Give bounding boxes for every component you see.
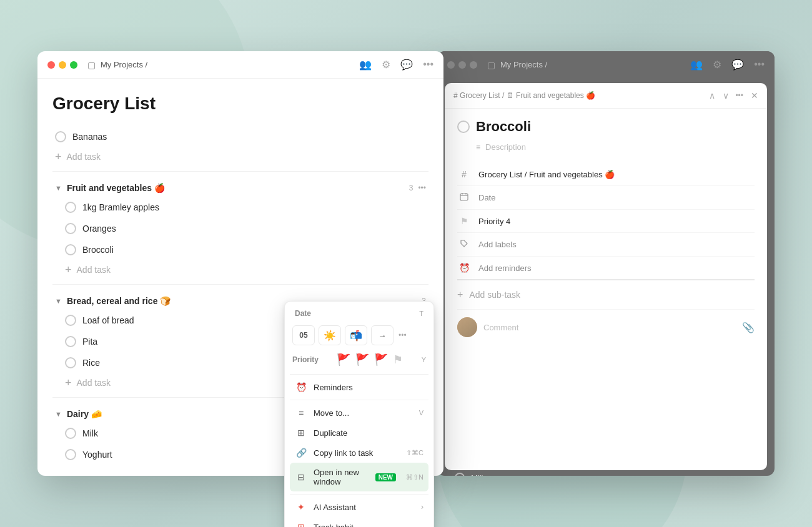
context-menu: Date T 05 ☀️ 📬 → ••• Priority 🚩 🚩 🚩 ⚑	[284, 301, 434, 527]
context-divider	[290, 494, 428, 495]
right-comment-icon[interactable]: 💬	[731, 59, 744, 71]
ai-icon: ✦	[295, 502, 307, 512]
detail-field-reminders[interactable]: ⏰ Add reminders	[457, 257, 755, 280]
right-settings-icon[interactable]: ⚙	[713, 59, 721, 71]
right-maximize-button[interactable]	[470, 61, 477, 69]
comment-input[interactable]: Comment	[483, 323, 736, 332]
move-icon: ≡	[295, 408, 307, 418]
task-item[interactable]: Bananas	[52, 126, 428, 147]
priority-flags: 🚩 🚩 🚩 ⚑	[337, 353, 403, 367]
context-date-header: Date T	[290, 307, 428, 323]
date-today-button[interactable]: 05	[292, 325, 315, 345]
maximize-button[interactable]	[70, 61, 77, 69]
task-checkbox[interactable]	[65, 244, 76, 255]
add-task-button[interactable]: + Add task	[62, 260, 428, 279]
window-title-area: ▢ My Projects /	[87, 60, 354, 70]
new-window-shortcut: ⌘⇧N	[406, 473, 423, 481]
context-duplicate[interactable]: ⊞ Duplicate	[290, 423, 428, 443]
section-header-fruit[interactable]: ▼ Fruit and vegetables 🍎 3 •••	[52, 177, 428, 197]
open-new-window-label: Open in new window	[314, 468, 369, 486]
chevron-icon: ▼	[55, 410, 62, 418]
detail-task-checkbox[interactable]	[457, 121, 470, 133]
right-traffic-lights	[447, 61, 477, 69]
priority-1-flag[interactable]: 🚩	[337, 353, 350, 367]
detail-field-labels[interactable]: Add labels	[457, 233, 755, 257]
right-people-icon[interactable]: 👥	[690, 59, 703, 71]
right-window-actions: 👥 ⚙ 💬 •••	[690, 59, 765, 71]
more-icon[interactable]: •••	[423, 59, 433, 71]
duplicate-label: Duplicate	[314, 428, 423, 438]
plus-icon: +	[65, 264, 72, 275]
date-sun-button[interactable]: ☀️	[319, 325, 341, 345]
window-actions: 👥 ⚙ 💬 •••	[359, 59, 433, 71]
detail-nav: ∧ ∨	[706, 89, 731, 102]
nav-down-button[interactable]: ∨	[720, 89, 731, 102]
right-title-area: ▢ My Projects /	[487, 60, 685, 70]
task-detail-panel: # Grocery List / 🗓 Fruit and vegetables …	[445, 83, 767, 470]
main-window: ▢ My Projects / 👥 ⚙ 💬 ••• Grocery List B…	[37, 51, 443, 476]
right-title: My Projects /	[500, 60, 547, 69]
context-track-habit[interactable]: ⊞ Track habit	[290, 517, 428, 527]
task-checkbox[interactable]	[65, 202, 76, 213]
divider	[52, 284, 428, 285]
detail-field-project[interactable]: # Grocery List / Fruit and vegetables 🍎	[457, 163, 755, 186]
add-task-button[interactable]: + Add task	[52, 147, 428, 166]
right-titlebar: ▢ My Projects / 👥 ⚙ 💬 •••	[437, 51, 775, 78]
date-inbox-button[interactable]: 📬	[345, 325, 367, 345]
comment-row: Comment 📎	[457, 310, 755, 345]
bg-task-milk: Milk	[455, 468, 757, 476]
section-title: Fruit and vegetables 🍎	[67, 183, 404, 193]
close-button[interactable]	[47, 61, 55, 69]
detail-field-date[interactable]: Date	[457, 186, 755, 210]
task-checkbox[interactable]	[55, 131, 66, 142]
minimize-button[interactable]	[59, 61, 66, 69]
context-copy-link[interactable]: 🔗 Copy link to task ⇧⌘C	[290, 443, 428, 463]
context-open-new-window[interactable]: ⊟ Open in new window NEW ⌘⇧N	[290, 463, 428, 491]
people-icon[interactable]: 👥	[359, 59, 372, 71]
right-close-button[interactable]	[447, 61, 455, 69]
habit-icon: ⊞	[295, 522, 307, 527]
task-checkbox[interactable]	[65, 449, 76, 460]
detail-field-priority[interactable]: ⚑ Priority 4	[457, 210, 755, 233]
detail-more-icon[interactable]: •••	[735, 91, 743, 100]
background-tasks: Milk Yoghurt	[437, 463, 775, 476]
task-item-broccoli[interactable]: Broccoli •••	[62, 239, 428, 260]
breadcrumb-section: Fruit and vegetables 🍎	[516, 91, 595, 100]
attachment-icon[interactable]: 📎	[742, 322, 755, 333]
labels-field-label: Add labels	[478, 240, 517, 249]
right-window-icon: ▢	[487, 60, 495, 70]
context-ai-assistant[interactable]: ✦ AI Assistant ›	[290, 497, 428, 517]
priority-icon: ⚑	[457, 216, 471, 226]
priority-3-flag[interactable]: 🚩	[374, 353, 388, 367]
task-checkbox[interactable]	[65, 357, 76, 368]
svg-rect-0	[460, 194, 468, 200]
settings-icon[interactable]: ⚙	[382, 59, 390, 71]
context-reminders[interactable]: ⏰ Reminders	[290, 377, 428, 397]
detail-description[interactable]: ≡ Description	[457, 139, 755, 155]
section-more-icon[interactable]: •••	[418, 184, 426, 192]
date-shortcut: T	[419, 310, 423, 317]
context-move-to[interactable]: ≡ Move to... V	[290, 403, 428, 423]
priority-2-flag[interactable]: 🚩	[355, 353, 369, 367]
detail-close-button[interactable]: ✕	[751, 91, 758, 101]
date-forward-button[interactable]: →	[371, 325, 394, 345]
add-subtask-row[interactable]: + Add sub-task	[457, 280, 755, 310]
comment-icon[interactable]: 💬	[400, 59, 413, 71]
task-checkbox[interactable]	[65, 428, 76, 439]
breadcrumb-section-icon: 🗓	[507, 91, 514, 100]
priority-4-flag[interactable]: ⚑	[393, 353, 403, 367]
right-minimize-button[interactable]	[458, 61, 466, 69]
task-checkbox[interactable]	[65, 223, 76, 234]
date-more-icon[interactable]: •••	[399, 331, 407, 340]
right-more-icon[interactable]: •••	[754, 59, 765, 71]
reminders-icon: ⏰	[295, 382, 307, 392]
task-checkbox[interactable]	[65, 315, 76, 326]
task-item[interactable]: Oranges	[62, 218, 428, 239]
nav-up-button[interactable]: ∧	[706, 89, 718, 102]
track-habit-label: Track habit	[314, 523, 423, 528]
move-label: Move to...	[314, 408, 413, 418]
priority-label: Priority	[292, 355, 319, 364]
task-item[interactable]: 1kg Bramley apples	[62, 197, 428, 218]
task-checkbox[interactable]	[65, 336, 76, 347]
bg-checkbox	[455, 473, 465, 476]
